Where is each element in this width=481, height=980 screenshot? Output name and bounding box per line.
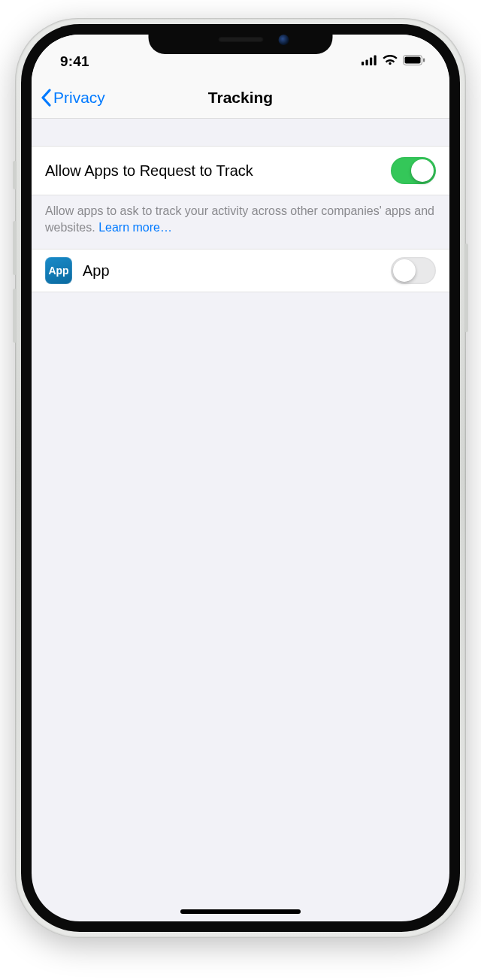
back-label: Privacy <box>53 89 105 107</box>
toggle-knob <box>411 159 434 182</box>
phone-bezel: 9:41 Pri <box>21 24 460 932</box>
status-right <box>362 55 428 68</box>
wifi-icon <box>383 55 398 68</box>
allow-tracking-toggle[interactable] <box>391 157 436 184</box>
app-tracking-toggle[interactable] <box>391 257 436 284</box>
section-footer: Allow apps to ask to track your activity… <box>32 195 449 249</box>
app-icon: App <box>45 257 72 284</box>
home-indicator[interactable] <box>180 909 301 914</box>
svg-rect-1 <box>366 60 368 66</box>
phone-frame: 9:41 Pri <box>15 18 466 938</box>
chevron-left-icon <box>41 89 52 107</box>
app-name: App <box>83 262 380 280</box>
svg-rect-6 <box>423 59 425 62</box>
volume-up-button <box>13 221 17 275</box>
status-time: 9:41 <box>53 53 89 70</box>
svg-rect-0 <box>362 62 364 65</box>
svg-rect-5 <box>405 57 421 64</box>
power-button <box>464 243 468 332</box>
learn-more-link[interactable]: Learn more… <box>98 221 172 234</box>
allow-tracking-label: Allow Apps to Request to Track <box>45 162 253 180</box>
screen: 9:41 Pri <box>32 35 449 921</box>
cellular-icon <box>362 55 377 68</box>
silence-switch <box>13 161 17 189</box>
speaker-grille <box>218 37 263 42</box>
app-row[interactable]: App App <box>32 249 449 292</box>
back-button[interactable]: Privacy <box>41 89 105 107</box>
front-camera <box>279 35 289 45</box>
svg-rect-2 <box>370 58 372 66</box>
volume-down-button <box>13 289 17 343</box>
nav-bar: Privacy Tracking <box>32 77 449 119</box>
section-spacer <box>32 119 449 146</box>
allow-tracking-row[interactable]: Allow Apps to Request to Track <box>32 146 449 195</box>
battery-icon <box>403 55 425 68</box>
notch <box>149 24 333 54</box>
toggle-knob <box>393 259 416 282</box>
svg-rect-3 <box>374 56 377 66</box>
